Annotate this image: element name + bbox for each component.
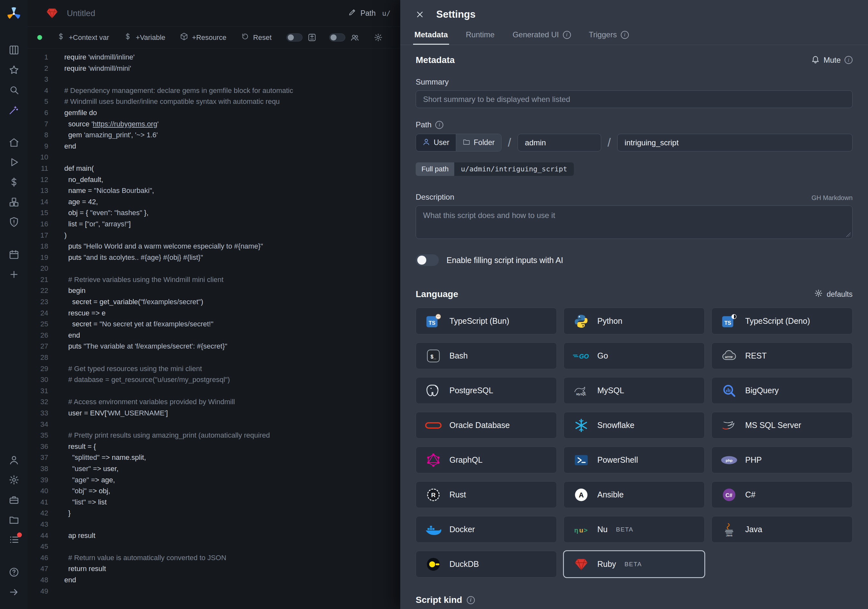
create-new-icon[interactable] [8,268,20,281]
add-variable-button[interactable]: +Variable [124,33,165,42]
tab-triggers[interactable]: Triggersi [587,26,630,45]
workspace-settings-icon[interactable] [8,473,20,486]
tab-runtime[interactable]: Runtime [465,26,496,45]
postgresql-logo-icon [424,383,442,398]
resources-icon[interactable] [8,195,20,208]
language-duckdb[interactable]: DuckDB [416,551,557,578]
language-go[interactable]: GOGo [564,342,705,369]
path-label: Path i [416,120,852,129]
language-nu[interactable]: ηu>NuBETA [564,516,705,543]
line-number: 3 [28,74,48,85]
language-typescript-deno[interactable]: TSTypeScript (Deno) [711,308,852,335]
language-typescript-bun[interactable]: TSTypeScript (Bun) [416,308,557,335]
svg-text:R: R [431,492,436,498]
reset-button[interactable]: Reset [241,33,271,42]
language-powershell[interactable]: PowerShell [564,446,705,473]
mssql-logo-icon [720,418,738,433]
resize-handle-icon[interactable] [845,232,851,237]
line-number: 39 [28,474,48,486]
path-name-input[interactable] [617,134,852,152]
language-php[interactable]: phpPHP [711,446,852,473]
path-owner-input[interactable] [518,134,601,152]
settings-tabs: MetadataRuntimeGenerated UIiTriggersi [400,26,868,45]
svg-text:η: η [574,526,578,533]
owner-kind-folder[interactable]: Folder [456,134,501,151]
code-line: 49 [28,586,400,597]
ai-fill-toggle[interactable] [416,254,439,266]
sidebar-top-icons [8,40,20,284]
language-mysql[interactable]: MySQLMySQL [564,377,705,404]
people-icon [350,33,359,42]
language-rest[interactable]: HTTPREST [711,342,852,369]
line-number: 31 [28,386,48,397]
help-icon[interactable] [8,566,20,578]
tab-metadata[interactable]: Metadata [413,26,449,45]
language-postgresql[interactable]: PostgreSQL [416,377,557,404]
language-python[interactable]: Python [564,308,705,335]
path-button[interactable]: Path [348,8,375,18]
add-context-var-button[interactable]: +Context var [57,33,109,42]
ansible-logo-icon: A [572,487,590,502]
pencil-icon [348,8,356,18]
apps-menu-icon[interactable] [8,533,20,546]
audit-logs-icon[interactable] [8,215,20,228]
owner-kind-user[interactable]: User [416,134,456,151]
home-icon[interactable] [8,136,20,149]
favorites-icon[interactable] [8,64,20,76]
metadata-heading: Metadata [416,55,454,65]
full-path-chip: Full path u/admin/intriguing_script [416,163,574,176]
language-snowflake[interactable]: Snowflake [564,412,705,439]
language-ms-sql-server[interactable]: MS SQL Server [711,412,852,439]
cube-icon [180,33,188,42]
language-bigquery[interactable]: BigQuery [711,377,852,404]
language-defaults-button[interactable]: defaults [814,289,852,299]
diff-mode-toggle[interactable] [287,33,302,42]
language-c[interactable]: C#C# [711,481,852,508]
code-line: 42 } [28,508,400,519]
close-button[interactable] [411,6,429,23]
language-graphql[interactable]: GraphQL [416,446,557,473]
language-java[interactable]: JavaJava [711,516,852,543]
windmill-logo[interactable] [6,6,21,21]
code-line: 3 [28,74,400,85]
code-editor[interactable]: 1require 'windmill/inline'2require 'wind… [28,48,400,609]
language-rust[interactable]: RRust [416,481,557,508]
code-line: 45 [28,541,400,552]
code-line: 17) [28,230,400,241]
svg-text:TS: TS [429,319,435,326]
script-title-input[interactable]: Untitled [67,8,95,18]
code-line: 2require 'windmill/mini' [28,63,400,74]
language-ansible[interactable]: AAnsible [564,481,705,508]
summary-input[interactable] [416,90,852,108]
collapse-sidebar-icon[interactable] [8,586,20,598]
variables-icon[interactable] [8,175,20,188]
language-ruby[interactable]: RubyBETA [564,551,705,578]
workspace-boards-icon[interactable] [8,43,20,56]
language-docker[interactable]: Docker [416,516,557,543]
path-slash: / [507,136,512,150]
code-line: 8 gem 'amazing_print', '~> 1.6' [28,130,400,141]
schedules-icon[interactable] [8,248,20,261]
language-oracle-database[interactable]: Oracle Database [416,412,557,439]
user-icon[interactable] [8,453,20,466]
add-resource-button[interactable]: +Resource [180,33,226,42]
powershell-logo-icon [572,452,590,468]
path-button-label: Path [360,9,375,18]
ai-wand-icon[interactable] [8,103,20,116]
multiplayer-toggle[interactable] [329,33,345,42]
tab-generated-ui[interactable]: Generated UIi [511,26,572,45]
svg-text:$_: $_ [431,354,436,359]
description-textarea[interactable] [416,206,852,239]
path-slash: / [606,136,612,150]
line-number: 13 [28,185,48,197]
search-icon[interactable] [8,83,20,96]
folders-icon[interactable] [8,513,20,526]
code-line: 16 list = ["or", "arrays!"] [28,218,400,230]
language-bash[interactable]: $_Bash [416,342,557,369]
mute-button[interactable]: Mute i [811,55,852,65]
code-line: 28 [28,352,400,363]
workers-icon[interactable] [8,493,20,506]
line-number: 15 [28,208,48,218]
runs-icon[interactable] [8,156,20,169]
editor-settings-gear-icon[interactable] [374,33,383,42]
